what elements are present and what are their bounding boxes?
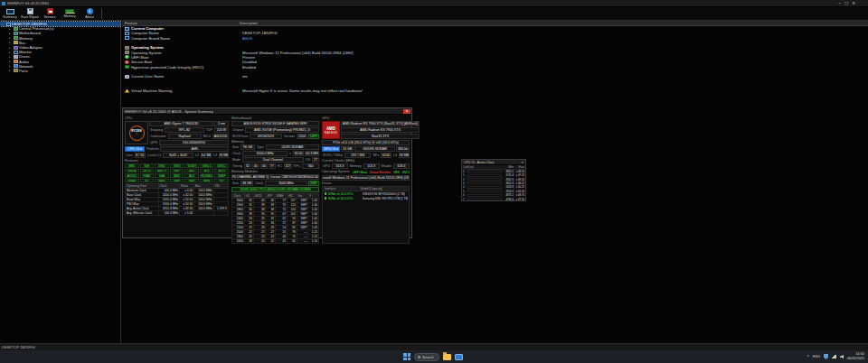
drives-table: Interface Model [Capacity] NVMe v4 16.0 … bbox=[322, 186, 410, 244]
clock-bar bbox=[467, 174, 502, 177]
uefi-boot-status: UEFI Boot bbox=[353, 171, 367, 174]
windows-icon bbox=[125, 46, 129, 50]
memory-module-dropdown[interactable]: #1 [P0 CHANNEL A/DIMM 1]: Corsair CMK96G… bbox=[231, 174, 319, 180]
core-clock-row: 7 4790.6 x 47.91 bbox=[462, 197, 525, 200]
list-row[interactable]: Virtual Machine Warning Microsoft Hyper-… bbox=[122, 88, 868, 93]
cpu-icon bbox=[14, 27, 18, 31]
sensors-button[interactable]: Sensors bbox=[40, 7, 60, 20]
tray-clock[interactable]: 14:50 06/02/2025 bbox=[847, 352, 864, 360]
cpu-feature-flag: SSE4A bbox=[125, 169, 139, 173]
mem-trc-field: 117 bbox=[284, 163, 292, 169]
row-icon bbox=[125, 79, 129, 83]
cpu-feature-flag: SSSE3 bbox=[184, 163, 199, 168]
maximize-button[interactable]: ▢ bbox=[844, 1, 848, 5]
tree-children: ▸ Central Processor(s) ▸ Motherboard ▸ M… bbox=[0, 26, 120, 73]
about-button[interactable]: i About bbox=[80, 7, 99, 20]
tray-chevron-icon[interactable]: ^ bbox=[807, 354, 808, 359]
main-titlebar[interactable]: HWiNFO® 64 v8.20-5840 – ▢ ✕ bbox=[0, 0, 868, 7]
file-explorer-icon[interactable] bbox=[443, 354, 451, 360]
summary-title: HWiNFO® 64 v8.20-5840 @ ASUS - System Su… bbox=[123, 109, 403, 114]
start-button[interactable] bbox=[403, 353, 410, 360]
row-icon bbox=[125, 42, 129, 45]
mem-trp-field: 40 bbox=[260, 163, 268, 169]
search-icon bbox=[418, 356, 420, 358]
operating-point-row[interactable]: Avg. Effective Clock 506.3 MHz x 5.06 bbox=[126, 211, 229, 216]
cpu-core-field: 8 / 16 bbox=[135, 153, 146, 158]
mem-type-field: DDR5 SDRAM bbox=[266, 144, 319, 150]
cpu-platform-field: AM5 bbox=[160, 146, 229, 152]
save-report-button[interactable]: Save Report bbox=[20, 7, 40, 20]
cpu-column: CPU RYZEN7 AMD Ryzen 7 7800X3D 5 nm Step… bbox=[125, 116, 229, 244]
cpu-l1-field: 8x32 + 8x32 bbox=[163, 153, 193, 158]
about-icon: i bbox=[87, 8, 93, 14]
mem-mode-field: Dual Channel bbox=[242, 157, 304, 163]
list-rows: Current Computer Computer Name DESKTOP-1… bbox=[122, 26, 868, 93]
cpu-mcu-field: A601206 bbox=[212, 134, 229, 139]
summary-close-button[interactable]: ✕ bbox=[403, 109, 410, 114]
language-indicator[interactable]: ENG bbox=[813, 355, 820, 358]
tree-item[interactable]: ▸ Ports bbox=[0, 69, 120, 73]
hvci-status: HVCI bbox=[402, 171, 410, 174]
clock-rows: 0 4850.2 x 48.50 1 4725.4 x 47.25 2 4901… bbox=[462, 170, 525, 201]
user-icon bbox=[125, 75, 129, 79]
main-window-title: HWiNFO® 64 v8.20-5840 bbox=[7, 1, 838, 5]
clock-bar bbox=[467, 198, 502, 200]
cpu-selector-dropdown[interactable]: CPU #0 ▾ bbox=[125, 146, 145, 152]
feature-column-header[interactable]: Feature bbox=[122, 21, 240, 25]
summary-button[interactable]: Summary bbox=[0, 7, 20, 20]
cpu-feature-flag: GFNI bbox=[170, 179, 184, 183]
cpu-feature-flag: SSE4.2 bbox=[214, 163, 229, 168]
vbs-status: VBS bbox=[393, 171, 400, 174]
monitor-icon bbox=[125, 32, 129, 35]
motherboard-column: Motherboard ASUS ROG STRIX X670E-F GAMIN… bbox=[231, 116, 319, 244]
cpu-process-field: 5 nm bbox=[214, 121, 229, 126]
cpu-l2-field: 8x1 MB bbox=[201, 153, 212, 158]
network-icon bbox=[14, 64, 18, 68]
cpu-feature-flag: SSE4.1 bbox=[200, 163, 214, 168]
memory-button[interactable]: Memory bbox=[60, 7, 80, 20]
cpu-name-field: AMD Ryzen 7 7800X3D bbox=[149, 121, 213, 126]
status-bar: DESKTOP-1B5XFGI bbox=[0, 343, 868, 350]
mb-bios-version-field: 2204 bbox=[297, 134, 307, 139]
mb-chipset-field: AMD X670E (Promontory) PROM21_D bbox=[245, 127, 319, 133]
ports-icon bbox=[14, 69, 18, 72]
mem-trcd-field: 40 bbox=[252, 163, 259, 169]
mem-trfc-field: 560 bbox=[302, 163, 319, 169]
cpu-feature-flag: AVX512 bbox=[125, 173, 139, 178]
operating-points-table: Operating Point Clock Ratio Bus VID Mini… bbox=[125, 183, 229, 216]
gpu-selector-dropdown[interactable]: GPU #0 ▾ bbox=[322, 146, 340, 152]
hwinfo-taskbar-icon[interactable] bbox=[455, 354, 463, 360]
device-tree: ▾ DESKTOP-1B5XFGI ▸ Central Processor(s)… bbox=[0, 21, 121, 343]
drive-row[interactable]: NVMe v4 16.0 GT/s KINGSTON SFYRD2000G [2… bbox=[323, 191, 409, 196]
taskbar-search[interactable]: Search bbox=[414, 353, 439, 361]
security-shield-icon[interactable] bbox=[824, 354, 828, 359]
clock-window-close-button[interactable]: ✕ bbox=[521, 161, 524, 164]
cpu-feature-flag: ADX bbox=[184, 173, 199, 178]
minimize-button[interactable]: – bbox=[838, 1, 841, 5]
cpu-feature-flag: RDSEED bbox=[200, 173, 214, 178]
clock-bar bbox=[467, 190, 502, 192]
gpu-shaderclock-field: 626.6 bbox=[393, 163, 410, 169]
network-icon2[interactable] bbox=[832, 355, 836, 358]
clock-bar bbox=[467, 170, 502, 172]
cpu-feature-flag: SMEP bbox=[214, 173, 229, 178]
cpu-codename-field: Raphael bbox=[168, 134, 202, 139]
summary-titlebar[interactable]: HWiNFO® 64 v8.20-5840 @ ASUS - System Su… bbox=[123, 108, 411, 115]
windows-icon bbox=[125, 51, 129, 54]
close-button[interactable]: ✕ bbox=[852, 1, 855, 5]
mem-cr-field: 2T bbox=[312, 157, 319, 163]
mem-size-field: 96 GB bbox=[241, 144, 255, 150]
system-summary-window: HWiNFO® 64 v8.20-5840 @ ASUS - System Su… bbox=[122, 107, 412, 238]
cpu-feature-flag: VAES bbox=[155, 179, 169, 183]
spd-row[interactable]: 16001822 224262 —1.10 bbox=[232, 239, 319, 244]
motherboard-icon bbox=[14, 32, 18, 35]
drive-led-icon bbox=[325, 192, 327, 195]
volume-icon[interactable] bbox=[840, 355, 844, 358]
cpu-tdp-field: 120 W bbox=[214, 127, 229, 133]
drive-row[interactable]: NVMe v4 16.0 GT/s Samsung SSD 990 PRO 1T… bbox=[323, 196, 409, 200]
cpu-l3-field: 96 MB bbox=[219, 153, 229, 158]
description-column-header[interactable]: Description bbox=[240, 21, 258, 25]
clock-bar bbox=[467, 186, 502, 189]
module-type-line: DDR5-6000 / PC5-48000 DDR5 SDRAM UDIMM bbox=[231, 187, 319, 192]
cpu-qpn-field: 100-000000910 bbox=[159, 140, 229, 145]
